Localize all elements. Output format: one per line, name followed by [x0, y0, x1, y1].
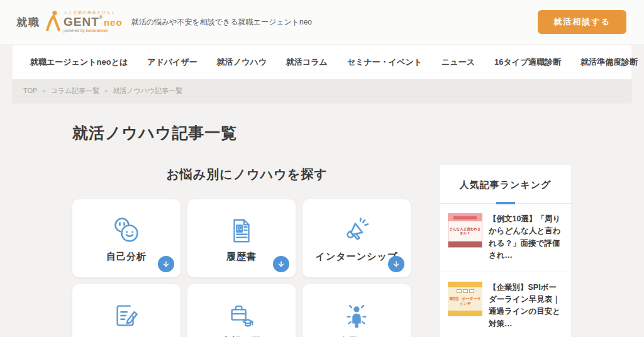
nav-item-seminar[interactable]: セミナー・イベント	[347, 57, 422, 68]
main-column: 就活ノウハウ記事一覧 お悩み別にノウハウを探す	[72, 123, 421, 337]
site-logo[interactable]: 就職 人と企業の未来をひらく GENT®neo powered by neoca…	[16, 9, 123, 35]
consult-button[interactable]: 就活相談する	[538, 10, 626, 34]
breadcrumb-current: 就活ノウハウ記事一覧	[113, 86, 182, 96]
category-card-resume[interactable]: 履歴書	[187, 199, 296, 277]
nav-item-readiness-test[interactable]: 就活準備度診断	[580, 57, 638, 68]
logo-tagline: 人と企業の未来をひらく	[64, 10, 123, 14]
ranking-title-accent-bar	[496, 202, 515, 204]
breadcrumb-separator: ＞	[41, 87, 47, 95]
category-label: 履歴書	[226, 251, 257, 263]
scroll-down-arrow-button[interactable]	[388, 256, 404, 272]
nav-item-column[interactable]: 就活コラム	[286, 57, 328, 68]
logo-kanji: 就職	[16, 15, 40, 30]
logo-brand-suffix: neo	[104, 17, 123, 28]
article-thumbnail: どんな人と言われますか？	[448, 213, 482, 248]
article-title: 【企業別】SPIボーダーライン早見表｜通過ラインの目安と対策…	[489, 282, 563, 331]
category-card-motivation[interactable]: 志望動機	[187, 284, 296, 337]
category-grid: 自己分析	[72, 199, 421, 337]
page: 就職 人と企業の未来をひらく GENT®neo powered by neoca…	[0, 0, 644, 337]
logo-brand: GENT®neo	[64, 15, 123, 29]
nav-item-advisor[interactable]: アドバイザー	[147, 57, 197, 68]
smiley-faces-icon	[111, 214, 142, 245]
breadcrumb-column-list[interactable]: コラム記事一覧	[50, 86, 99, 96]
category-label: 自己分析	[106, 251, 147, 263]
category-card-entry-sheet[interactable]: エントリーシート	[72, 284, 180, 337]
ranking-article-1[interactable]: どんな人と言われますか？ 【例文10選】「周りからどんな人と言われる？」面接で評…	[440, 204, 571, 272]
person-a-logo-icon	[44, 9, 62, 35]
top-header: 就職 人と企業の未来をひらく GENT®neo powered by neoca…	[0, 0, 644, 44]
briefcase-gradcap-icon	[227, 299, 256, 330]
ranking-sidebar: 人気記事ランキング どんな人と言われますか？ 【例文10選】「周りからどんな人と…	[440, 165, 571, 337]
section-heading: お悩み別にノウハウを探す	[72, 166, 421, 183]
nav-item-about[interactable]: 就職エージェントneoとは	[30, 57, 128, 68]
nav-item-knowhow[interactable]: 就活ノウハウ	[217, 57, 267, 68]
page-title: 就活ノウハウ記事一覧	[72, 123, 421, 143]
ranking-header: 人気記事ランキング	[440, 165, 571, 204]
category-card-self-pr[interactable]: 自己PR	[303, 284, 411, 337]
main-nav: 就職エージェントneoとは アドバイザー 就活ノウハウ 就活コラム セミナー・イ…	[13, 45, 631, 79]
category-label: インターンシップ	[316, 251, 397, 263]
ranking-article-2[interactable]: 業別】 ボーダーライン早 【企業別】SPIボーダーライン早見表｜通過ラインの目安…	[440, 272, 571, 337]
registered-mark: ®	[99, 15, 103, 19]
logo-powered-by: powered by neocareer	[64, 28, 123, 34]
nav-item-news[interactable]: ニュース	[441, 57, 475, 68]
nav-item-16type-test[interactable]: 16タイプ適職診断	[494, 57, 561, 68]
article-title: 【例文10選】「周りからどんな人と言われる？」面接で評価され…	[489, 213, 563, 262]
document-pencil-icon	[112, 299, 141, 330]
person-rays-icon	[342, 299, 371, 330]
megaphone-icon	[341, 214, 372, 245]
breadcrumb-separator: ＞	[103, 87, 109, 95]
breadcrumb: TOP ＞ コラム記事一覧 ＞ 就活ノウハウ記事一覧	[13, 79, 631, 102]
category-card-internship[interactable]: インターンシップ	[303, 199, 411, 277]
scroll-down-arrow-button[interactable]	[273, 256, 289, 272]
breadcrumb-top[interactable]: TOP	[23, 87, 37, 94]
site-description: 就活の悩みや不安を相談できる就職エージェントneo	[131, 17, 312, 28]
resume-document-icon	[227, 214, 256, 245]
category-card-self-analysis[interactable]: 自己分析	[72, 199, 180, 277]
content-area: 就活ノウハウ記事一覧 お悩み別にノウハウを探す	[0, 102, 644, 337]
powered-brand: neocareer	[86, 28, 108, 33]
ranking-title: 人気記事ランキング	[460, 179, 552, 190]
scroll-down-arrow-button[interactable]	[158, 256, 174, 272]
article-thumbnail: 業別】 ボーダーライン早	[448, 282, 482, 316]
